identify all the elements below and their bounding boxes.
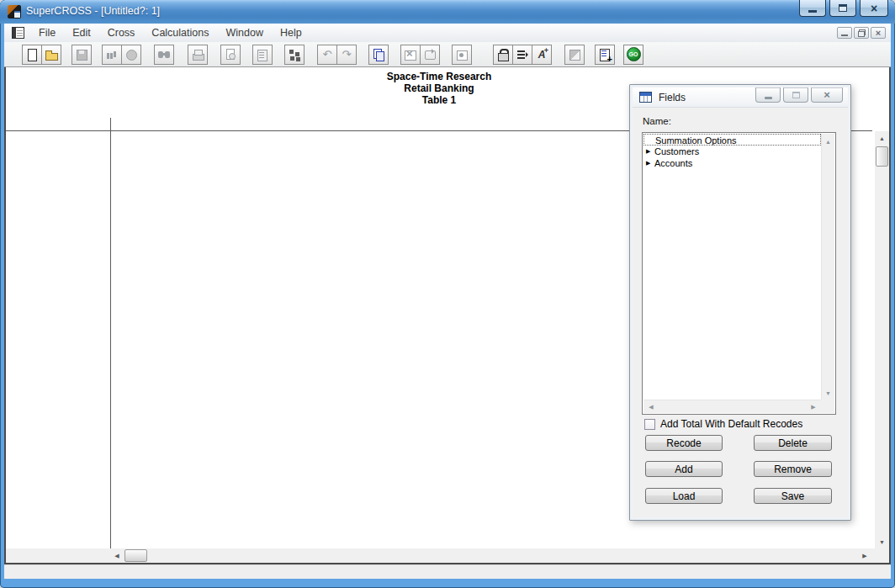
globe-button[interactable] — [121, 45, 141, 65]
mdi-restore-button[interactable] — [854, 27, 869, 39]
font-increase-icon: A+ — [535, 48, 548, 61]
dialog-minimize-icon — [765, 97, 772, 99]
bar-chart-button[interactable] — [102, 45, 122, 65]
mdi-close-button[interactable]: × — [871, 27, 886, 39]
scroll-left-button[interactable]: ◀ — [110, 548, 124, 563]
undo-button[interactable]: ↶ — [317, 45, 337, 65]
list-scroll-left-button[interactable]: ◀ — [645, 400, 657, 413]
mdi-minimize-icon — [841, 34, 848, 36]
fill-diagonal-button[interactable] — [564, 45, 585, 65]
print-preview-button[interactable] — [220, 45, 241, 65]
fields-list: Summation Options ▶ Customers ▶ Accounts… — [642, 132, 836, 415]
add-table-button[interactable]: + — [595, 45, 615, 65]
fields-dialog: Fields × Name: Summation Options ▶ Custo… — [629, 84, 851, 521]
minimize-button[interactable] — [799, 0, 826, 17]
fields-list-items: Summation Options ▶ Customers ▶ Accounts — [643, 134, 821, 169]
font-increase-button[interactable]: A+ — [532, 45, 552, 65]
save-dialog-button[interactable]: Save — [754, 488, 832, 504]
scroll-down-icon: ▼ — [825, 390, 831, 396]
mdi-close-icon: × — [876, 29, 881, 37]
table-clear-icon: × — [404, 48, 417, 61]
list-vertical-scrollbar[interactable]: ▲ ▼ — [821, 134, 834, 400]
fields-dialog-controls: × — [755, 87, 843, 103]
delete-button[interactable]: Delete — [754, 435, 832, 451]
dialog-minimize-button[interactable] — [755, 87, 781, 103]
find-button[interactable] — [154, 45, 174, 65]
mdi-child-controls: × — [837, 27, 886, 39]
window-title: SuperCROSS - [Untitled?: 1] — [26, 5, 160, 17]
recode-button[interactable]: Recode — [645, 435, 723, 451]
remove-button[interactable]: Remove — [754, 461, 832, 477]
toolbar: ↶ ↷ × A+ + — [4, 42, 891, 67]
scroll-up-icon: ▲ — [825, 139, 831, 145]
fields-dialog-title: Fields — [659, 92, 686, 103]
add-total-label: Add Total With Default Recodes — [660, 418, 802, 430]
puzzle-icon — [288, 48, 301, 61]
list-scroll-right-button[interactable]: ▶ — [808, 400, 819, 413]
scroll-up-button[interactable]: ▲ — [875, 131, 889, 145]
transpose-button[interactable] — [420, 45, 440, 65]
menu-cross[interactable]: Cross — [99, 24, 144, 41]
table-target-button[interactable] — [452, 45, 472, 65]
globe-icon — [124, 48, 138, 61]
horizontal-scrollbar[interactable]: ◀ ▶ — [6, 548, 889, 563]
name-label: Name: — [643, 116, 671, 126]
app-icon — [8, 5, 21, 19]
menu-file[interactable]: File — [30, 24, 64, 41]
list-item-customers[interactable]: ▶ Customers — [643, 146, 821, 157]
list-scroll-down-button[interactable]: ▼ — [822, 387, 834, 399]
save-button[interactable] — [71, 45, 92, 65]
expand-arrow-icon[interactable]: ▶ — [646, 146, 650, 157]
close-button[interactable]: × — [860, 0, 888, 17]
new-document-icon — [25, 48, 39, 61]
list-scroll-up-button[interactable]: ▲ — [822, 135, 834, 147]
mdi-minimize-button[interactable] — [837, 27, 852, 39]
fields-dialog-body: Name: Summation Options ▶ Customers ▶ Ac… — [633, 107, 848, 517]
status-strip — [4, 564, 891, 579]
mdi-restore-icon — [858, 29, 866, 37]
new-button[interactable] — [22, 45, 42, 65]
table-column-divider — [110, 118, 111, 548]
table-clear-button[interactable]: × — [400, 45, 421, 65]
print-button[interactable] — [188, 45, 208, 65]
list-horizontal-scrollbar[interactable]: ◀ ▶ — [643, 400, 821, 413]
scroll-down-button[interactable]: ▼ — [875, 535, 889, 548]
vertical-scrollbar[interactable]: ▲ ▼ — [875, 131, 889, 548]
add-button[interactable]: Add — [645, 461, 723, 477]
field-list-button[interactable] — [512, 45, 532, 65]
edit-note-button[interactable] — [252, 45, 273, 65]
go-button[interactable]: GO — [623, 45, 643, 65]
scroll-up-icon: ▲ — [879, 135, 885, 141]
horizontal-scroll-thumb[interactable] — [124, 549, 147, 562]
expand-arrow-icon[interactable]: ▶ — [646, 157, 650, 169]
list-item-accounts[interactable]: ▶ Accounts — [643, 157, 821, 169]
copy-button[interactable] — [368, 45, 389, 65]
open-folder-icon — [45, 48, 58, 61]
add-total-row: Add Total With Default Recodes — [644, 418, 802, 430]
scroll-right-button[interactable]: ▶ — [858, 548, 871, 563]
add-total-checkbox[interactable] — [644, 419, 655, 430]
menu-edit[interactable]: Edit — [64, 24, 99, 41]
printer-icon — [191, 48, 204, 61]
scroll-left-icon: ◀ — [114, 553, 119, 559]
list-item-summation-options[interactable]: Summation Options — [643, 134, 821, 146]
redo-button[interactable]: ↷ — [336, 45, 357, 65]
puzzle-button[interactable] — [284, 45, 305, 65]
load-button[interactable]: Load — [645, 488, 723, 504]
menu-window[interactable]: Window — [217, 24, 271, 41]
close-icon: × — [871, 3, 877, 14]
title-bar: SuperCROSS - [Untitled?: 1] × — [0, 0, 895, 24]
dialog-maximize-button[interactable] — [783, 87, 808, 103]
menu-help[interactable]: Help — [272, 24, 310, 41]
open-button[interactable] — [41, 45, 61, 65]
minimize-icon — [808, 10, 817, 13]
maximize-button[interactable] — [829, 0, 856, 17]
lock-button[interactable] — [493, 45, 513, 65]
field-list-icon — [516, 48, 529, 61]
scroll-left-icon: ◀ — [649, 404, 653, 411]
vertical-scroll-thumb[interactable] — [876, 146, 888, 167]
add-table-icon: + — [598, 48, 612, 61]
document-icon — [12, 27, 24, 39]
menu-calculations[interactable]: Calculations — [143, 24, 217, 41]
dialog-close-button[interactable]: × — [811, 87, 843, 103]
